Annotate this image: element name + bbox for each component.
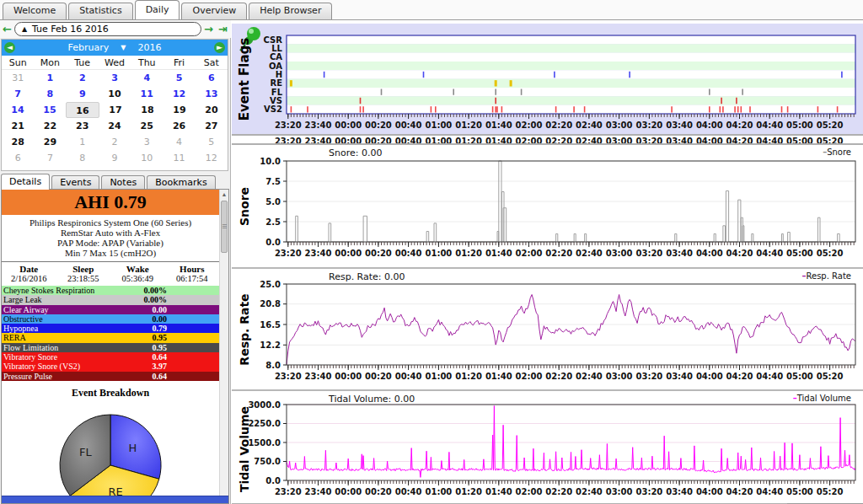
calendar-day-14[interactable]: 14	[2, 102, 34, 118]
event-stat-row[interactable]: Pressure Pulse0.64	[2, 372, 219, 381]
svg-text:00:40: 00:40	[395, 372, 422, 381]
calendar-day-21[interactable]: 21	[2, 118, 34, 134]
calendar-day-31[interactable]: 31	[2, 70, 34, 86]
resp-rate-chart[interactable]: 8.012.216.520.825.023:2023:4000:0000:200…	[232, 269, 863, 389]
calendar-day-16[interactable]: 16	[66, 102, 99, 118]
calendar-day-7[interactable]: 7	[34, 150, 66, 166]
tidal-volume-chart[interactable]: 0.0750.01500.02250.03000.023:2023:4000:0…	[232, 391, 863, 504]
calendar-day-19[interactable]: 19	[163, 102, 196, 118]
calendar-day-22[interactable]: 22	[34, 118, 66, 134]
calendar-day-6[interactable]: 6	[196, 70, 228, 86]
day-name: Fri	[163, 56, 195, 69]
svg-text:03:40: 03:40	[666, 487, 693, 496]
details-tab-events[interactable]: Events	[51, 175, 99, 190]
calendar-day-3[interactable]: 3	[131, 134, 163, 150]
calendar-day-5[interactable]: 5	[196, 134, 228, 150]
event-stat-value: 0.00	[153, 314, 168, 324]
tab-welcome[interactable]: Welcome	[3, 3, 67, 19]
calendar-year-label: 2016	[137, 42, 161, 53]
svg-text:00:00: 00:00	[335, 372, 362, 381]
calendar-day-18[interactable]: 18	[131, 102, 163, 118]
svg-text:00:40: 00:40	[395, 121, 422, 130]
tab-daily[interactable]: Daily	[135, 0, 180, 19]
next-day-button[interactable]: →	[201, 23, 216, 35]
calendar-day-20[interactable]: 20	[196, 102, 228, 118]
details-tab-bookmarks[interactable]: Bookmarks	[147, 175, 215, 190]
svg-text:03:00: 03:00	[606, 137, 633, 145]
event-stat-row[interactable]: Large Leak0.00%	[2, 295, 219, 304]
details-tab-details[interactable]: Details	[1, 174, 50, 190]
calendar-day-4[interactable]: 4	[163, 134, 195, 150]
scrollbar-thumb[interactable]: ☰	[221, 201, 228, 253]
event-stat-row[interactable]: RERA0.95	[2, 333, 219, 342]
svg-text:02:00: 02:00	[516, 137, 543, 145]
calendar-day-29[interactable]: 29	[34, 134, 66, 150]
event-stat-row[interactable]: Clear Airway0.00	[2, 305, 219, 314]
calendar-day-10[interactable]: 10	[131, 150, 163, 166]
calendar-day-27[interactable]: 27	[196, 118, 228, 134]
calendar-day-12[interactable]: 12	[196, 150, 228, 166]
calendar-month-year[interactable]: February ▼ 2016	[68, 42, 162, 53]
calendar-day-15[interactable]: 15	[34, 102, 66, 118]
calendar-day-24[interactable]: 24	[99, 118, 131, 134]
details-scrollbar[interactable]: ▲ ☰	[219, 190, 228, 496]
svg-text:01:40: 01:40	[485, 121, 512, 130]
svg-text:04:00: 04:00	[696, 487, 723, 496]
event-stat-row[interactable]: Vibratory Snore (VS2)3.97	[2, 362, 219, 371]
event-stat-row[interactable]: Cheyne Stokes Respiration0.00%	[2, 286, 219, 295]
svg-text:05:00: 05:00	[786, 372, 813, 381]
calendar-day-26[interactable]: 26	[163, 118, 195, 134]
bottom-session-strip	[2, 496, 228, 503]
last-day-button[interactable]: ⇥	[216, 23, 230, 35]
tab-overview[interactable]: Overview	[181, 3, 247, 19]
calendar-day-11[interactable]: 11	[163, 150, 195, 166]
tidal-volume-legend: –Tidal Volume	[793, 394, 851, 403]
calendar-day-12[interactable]: 12	[163, 86, 195, 102]
calendar-prev-month-button[interactable]: ◄	[4, 42, 15, 53]
calendar-day-23[interactable]: 23	[67, 118, 99, 134]
event-stat-value: 0.64	[153, 372, 168, 381]
calendar-day-25[interactable]: 25	[131, 118, 163, 134]
calendar-day-3[interactable]: 3	[99, 70, 131, 86]
svg-text:02:20: 02:20	[545, 487, 572, 496]
calendar-day-8[interactable]: 8	[67, 150, 99, 166]
calendar-day-9[interactable]: 9	[99, 150, 131, 166]
calendar-day-10[interactable]: 10	[99, 86, 131, 102]
event-stat-row[interactable]: Vibratory Snore0.64	[2, 352, 219, 362]
calendar-next-month-button[interactable]: ►	[214, 42, 225, 53]
tab-statistics[interactable]: Statistics	[68, 3, 132, 19]
calendar-day-17[interactable]: 17	[99, 102, 131, 118]
calendar-day-1[interactable]: 1	[67, 134, 99, 150]
svg-text:12.2: 12.2	[260, 340, 281, 350]
calendar-day-6[interactable]: 6	[2, 150, 34, 166]
svg-text:23:40: 23:40	[305, 121, 332, 130]
details-tab-notes[interactable]: Notes	[101, 175, 145, 190]
calendar-day-28[interactable]: 28	[2, 134, 34, 150]
scrollbar-up-arrow[interactable]: ▲	[220, 190, 228, 201]
calendar-day-2[interactable]: 2	[99, 134, 131, 150]
calendar-day-13[interactable]: 13	[196, 86, 228, 102]
tab-help-browser[interactable]: Help Browser	[249, 3, 332, 19]
pie-chart-title: Event Breakdown	[2, 387, 219, 399]
snore-chart[interactable]: 0.02.55.07.510.023:2023:4000:0000:2000:4…	[232, 145, 863, 267]
event-stat-row[interactable]: Hypopnea0.79	[2, 324, 219, 333]
svg-text:04:20: 04:20	[726, 372, 753, 381]
calendar-day-11[interactable]: 11	[131, 86, 163, 102]
current-date-selector[interactable]: ▲ Tue Feb 16 2016	[14, 22, 201, 36]
calendar-day-9[interactable]: 9	[67, 86, 99, 102]
event-stat-row[interactable]: Flow Limitation0.95	[2, 343, 219, 352]
prev-day-button[interactable]: ←	[0, 23, 14, 35]
event-flags-chart[interactable]: CSRLLCAOAHREFLVSVS223:2023:4000:0000:200…	[232, 24, 863, 134]
calendar-day-8[interactable]: 8	[34, 86, 66, 102]
event-stat-row[interactable]: Obstructive0.00	[2, 314, 219, 324]
event-stat-value: 0.64	[153, 352, 168, 362]
collapsed-graph-axis[interactable]: 23:2023:4000:0000:2000:4001:0001:2001:40…	[232, 134, 863, 145]
calendar-day-7[interactable]: 7	[2, 86, 34, 102]
svg-text:23:40: 23:40	[305, 372, 332, 381]
calendar-day-5[interactable]: 5	[163, 70, 195, 86]
calendar-day-2[interactable]: 2	[67, 70, 99, 86]
svg-text:02:20: 02:20	[545, 372, 572, 381]
calendar-day-4[interactable]: 4	[131, 70, 163, 86]
svg-text:8.0: 8.0	[265, 361, 281, 370]
calendar-day-1[interactable]: 1	[34, 70, 66, 86]
